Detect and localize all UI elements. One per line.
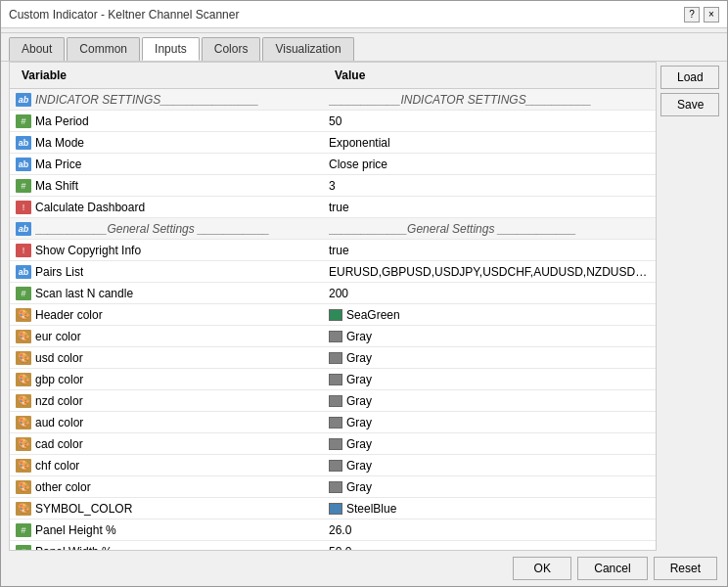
variable-text: Ma Mode [35,136,84,150]
value-cell: ___________INDICATOR SETTINGS__________ [323,91,656,109]
title-controls: ? × [684,7,719,23]
num-icon: # [16,113,31,129]
table-row[interactable]: abPairs ListEURUSD,GBPUSD,USDJPY,USDCHF,… [10,261,656,283]
value-cell: Gray [323,371,656,388]
variable-text: Pairs List [35,265,83,279]
variable-text: cad color [35,437,83,451]
table-row[interactable]: 🎨other colorGray [10,476,656,498]
ab-icon: ab [16,157,31,172]
variable-cell: abINDICATOR SETTINGS_______________ [10,90,323,110]
variable-cell: 🎨SYMBOL_COLOR [10,499,323,519]
value-cell: EURUSD,GBPUSD,USDJPY,USDCHF,AUDUSD,NZDUS… [323,263,656,281]
color-row-icon: 🎨 [16,479,31,495]
table-row[interactable]: #Panel Height %26.0 [10,519,656,541]
value-text: 200 [329,287,348,300]
table-row[interactable]: 🎨usd colorGray [10,347,656,369]
table-row[interactable]: #Ma Period50 [10,111,656,132]
color-row-icon: 🎨 [16,458,31,474]
value-cell: SeaGreen [323,306,656,324]
table-row[interactable]: 🎨Header colorSeaGreen [10,304,656,326]
color-row-icon: 🎨 [16,372,31,387]
table-row[interactable]: abMa ModeExponential [10,132,656,154]
num-icon: # [16,522,31,538]
variable-text: Ma Period [35,114,89,128]
tab-common[interactable]: Common [67,37,140,61]
table-row[interactable]: 🎨cad colorGray [10,433,656,455]
table-row[interactable]: 🎨eur colorGray [10,326,656,347]
table-row[interactable]: abINDICATOR SETTINGS____________________… [10,89,656,111]
variable-text: INDICATOR SETTINGS_______________ [35,93,258,107]
close-button[interactable]: × [704,7,719,23]
table-row[interactable]: 🎨gbp colorGray [10,369,656,390]
table-row[interactable]: !Show Copyright Infotrue [10,240,656,261]
value-cell: Gray [323,478,656,496]
variable-cell: abPairs List [10,262,323,282]
color-swatch [329,352,342,364]
title-bar: Custom Indicator - Keltner Channel Scann… [1,1,727,28]
bool-icon: ! [16,243,31,258]
value-text: Gray [346,373,372,386]
table-row[interactable]: #Panel Width %50.0 [10,541,656,550]
tab-visualization[interactable]: Visualization [262,37,353,61]
save-button[interactable]: Save [660,93,719,116]
value-cell: ____________General Settings ___________… [323,220,656,238]
value-text: Gray [346,459,372,473]
help-button[interactable]: ? [684,7,700,23]
table-row[interactable]: #Scan last N candle200 [10,283,656,304]
table-row[interactable]: ab___________General Settings __________… [10,218,656,240]
table-row[interactable]: #Ma Shift3 [10,175,656,197]
tab-colors[interactable]: Colors [202,37,261,61]
value-cell: Gray [323,457,656,474]
col-value: Value [329,67,650,84]
variable-cell: 🎨other color [10,477,323,497]
variable-text: Calculate Dashboard [35,201,145,214]
variable-text: nzd color [35,394,83,408]
variable-text: other color [35,480,91,494]
value-cell: Exponential [323,134,656,152]
value-text: Gray [346,330,372,343]
reset-button[interactable]: Reset [654,557,717,580]
value-cell: Gray [323,414,656,431]
table-row[interactable]: abMa PriceClose price [10,154,656,175]
color-row-icon: 🎨 [16,501,31,517]
variable-text: chf color [35,459,79,473]
value-cell: true [323,242,656,259]
color-swatch [329,417,342,429]
table-body[interactable]: abINDICATOR SETTINGS____________________… [10,89,656,550]
table-container: Variable Value abINDICATOR SETTINGS_____… [9,62,657,551]
color-swatch [329,460,342,472]
value-text: true [329,244,349,257]
bool-icon: ! [16,200,31,215]
color-swatch [329,481,342,493]
window-title: Custom Indicator - Keltner Channel Scann… [9,8,239,22]
side-panel: Load Save [657,62,719,551]
value-text: Close price [329,158,387,171]
color-row-icon: 🎨 [16,393,31,409]
ab-icon: ab [16,221,31,237]
ok-button[interactable]: OK [513,557,571,580]
tab-inputs[interactable]: Inputs [142,37,200,61]
table-row[interactable]: 🎨nzd colorGray [10,390,656,412]
variable-cell: #Ma Period [10,112,323,131]
color-swatch [329,395,342,407]
tab-about[interactable]: About [9,37,65,61]
value-cell: Close price [323,156,656,173]
color-swatch [329,309,342,321]
variable-cell: #Ma Shift [10,176,323,196]
value-text: 26.0 [329,523,351,537]
color-swatch [329,438,342,450]
variable-cell: ab___________General Settings __________… [10,219,323,239]
value-cell: 26.0 [323,521,656,539]
table-row[interactable]: 🎨SYMBOL_COLORSteelBlue [10,498,656,519]
value-text: true [329,201,349,214]
value-text: ____________General Settings ___________… [329,222,576,236]
num-icon: # [16,544,31,551]
table-row[interactable]: !Calculate Dashboardtrue [10,197,656,218]
load-button[interactable]: Load [660,66,719,89]
table-header: Variable Value [10,63,656,89]
table-row[interactable]: 🎨chf colorGray [10,455,656,476]
cancel-button[interactable]: Cancel [577,557,647,580]
variable-cell: 🎨eur color [10,327,323,346]
variable-cell: abMa Price [10,155,323,174]
table-row[interactable]: 🎨aud colorGray [10,412,656,433]
